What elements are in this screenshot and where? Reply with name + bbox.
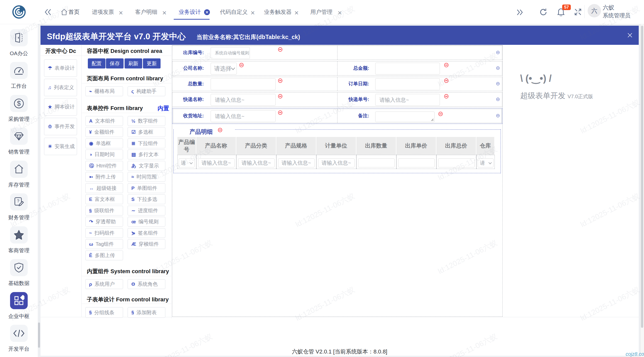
svg-text:$: $ — [17, 100, 21, 107]
svg-text:?: ? — [17, 199, 19, 203]
